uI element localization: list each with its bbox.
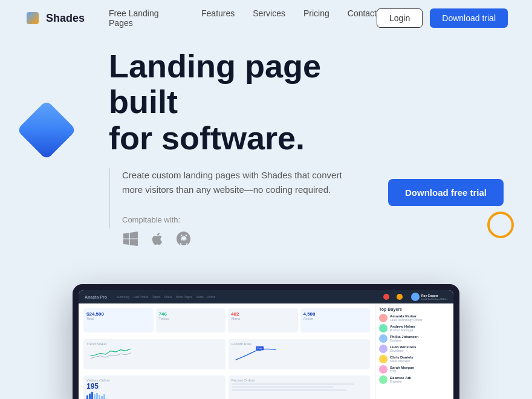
- buyer-7: Beatrice Ark Engineer: [379, 375, 450, 384]
- buyer-avatar-6: [379, 365, 388, 374]
- windows-icon: [122, 230, 139, 247]
- dashboard-topbar: Anasta Pro Summary Last Profile Topics S…: [79, 290, 453, 303]
- download-trial-button[interactable]: Download trial: [430, 8, 508, 28]
- user-info: Ray Copper Lead Technology Officer: [411, 293, 447, 301]
- svg-rect-0: [27, 12, 39, 24]
- buyer-4: Ludo Winstons Developer: [379, 345, 450, 353]
- buyer-avatar-3: [379, 334, 388, 343]
- stat-alerts: 482 Alerts: [228, 308, 298, 332]
- hero-section: Landing page built for software. Create …: [0, 36, 532, 247]
- buyer-avatar-7: [379, 375, 388, 384]
- growth-chart: Growth Rate Peak: [229, 339, 371, 369]
- dashboard-main: $24,500 Total 746 Topics 482 Alerts: [79, 303, 375, 399]
- buyer-3: Phillia Johansen Designer: [379, 334, 450, 343]
- stat-total: $24,500 Total: [83, 308, 154, 332]
- buyers-list: Amanda Parker Lead Technology Officer An…: [379, 314, 450, 384]
- hero-cta-button[interactable]: Download free trial: [388, 179, 504, 206]
- trend-chart: Trend Maker: [83, 339, 225, 369]
- compatible-label: Compitable with:: [122, 215, 352, 224]
- buyer-avatar-5: [379, 355, 388, 363]
- notification-icon: [383, 294, 389, 300]
- buyer-avatar-1: [379, 314, 388, 322]
- user-details: Ray Copper Lead Technology Officer: [421, 294, 447, 300]
- buyer-avatar-2: [379, 324, 388, 332]
- buyer-6: Sarah Morgan CTO: [379, 365, 450, 374]
- nav-actions: Login Download trial: [377, 8, 508, 28]
- brand-name: Shades: [46, 12, 85, 25]
- dashboard-brand: Anasta Pro: [85, 295, 107, 299]
- buyer-2: Andrew Helms Product Manager: [379, 324, 450, 332]
- compatible-section: Compitable with:: [122, 215, 352, 247]
- hero-left: Create custom landing pages with Shades …: [122, 168, 352, 247]
- nav-features[interactable]: Features: [201, 8, 235, 28]
- navbar: Shades Free Landing Pages Features Servi…: [0, 0, 532, 36]
- laptop-frame: Anasta Pro Summary Last Profile Topics S…: [73, 284, 459, 399]
- buyer-5: Chris Daniels Sales Manager: [379, 355, 450, 363]
- stats-row: $24,500 Total 746 Topics 482 Alerts: [83, 308, 370, 336]
- alert-icon: [397, 294, 403, 300]
- login-button[interactable]: Login: [377, 8, 423, 28]
- stat-active: 4,508 Active: [300, 308, 371, 332]
- top-buyers-panel: Top Buyers Amanda Parker Lead Technology…: [375, 303, 453, 399]
- buyer-1: Amanda Parker Lead Technology Officer: [379, 314, 450, 322]
- dashboard-body: $24,500 Total 746 Topics 482 Alerts: [79, 303, 453, 399]
- logo[interactable]: Shades: [24, 10, 85, 27]
- buyer-avatar-4: [379, 345, 388, 353]
- visitors-card: Visitors Online 195: [83, 375, 225, 399]
- apple-icon: [149, 230, 166, 247]
- nav-pricing[interactable]: Pricing: [303, 8, 329, 28]
- user-avatar: [411, 293, 420, 301]
- dashboard-wrapper: Anasta Pro Summary Last Profile Topics S…: [73, 284, 459, 399]
- svg-text:Peak: Peak: [257, 347, 262, 349]
- hero-title: Landing page built for software.: [109, 48, 363, 156]
- compatible-icons: [122, 230, 352, 247]
- nav-contact[interactable]: Contact: [348, 8, 377, 28]
- laptop-screen: Anasta Pro Summary Last Profile Topics S…: [79, 290, 453, 399]
- trend-svg: [86, 346, 135, 361]
- mini-dashboard: Anasta Pro Summary Last Profile Topics S…: [79, 290, 453, 399]
- dashboard-nav: Summary Last Profile Topics Share More P…: [117, 295, 215, 299]
- nav-links: Free Landing Pages Features Services Pri…: [109, 8, 377, 28]
- stat-topics: 746 Topics: [156, 308, 226, 332]
- bar-chart: [86, 392, 222, 399]
- growth-svg: Peak: [232, 346, 280, 361]
- hero-cta-area: Download free trial: [388, 168, 504, 206]
- hero-divider: [109, 168, 110, 229]
- hero-description: Create custom landing pages with Shades …: [122, 168, 352, 197]
- recent-orders: Recent Orders: [229, 375, 371, 399]
- orders-list: [232, 383, 368, 391]
- nav-services[interactable]: Services: [253, 8, 285, 28]
- logo-icon: [24, 10, 41, 27]
- nav-free-landing-pages[interactable]: Free Landing Pages: [109, 8, 183, 28]
- linux-icon: [175, 230, 192, 247]
